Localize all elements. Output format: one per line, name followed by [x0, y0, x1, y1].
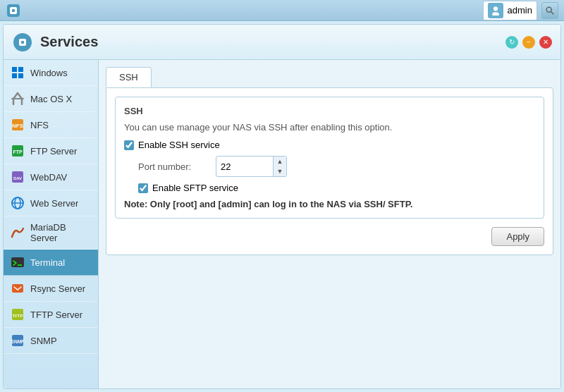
enable-sftp-label[interactable]: Enable SFTP service — [152, 183, 238, 193]
mac-icon — [11, 92, 25, 106]
content-area: SSH You can use manage your NAS via SSH … — [106, 87, 553, 255]
mariadb-icon — [11, 226, 25, 240]
sidebar-item-terminal[interactable]: Terminal — [4, 250, 98, 276]
svg-rect-2 — [12, 9, 15, 12]
svg-point-5 — [546, 7, 551, 12]
sidebar-item-web-server[interactable]: Web Server — [4, 190, 98, 216]
enable-sftp-checkbox[interactable] — [138, 183, 148, 193]
rsync-icon — [11, 281, 25, 295]
close-button[interactable]: ✕ — [539, 36, 552, 49]
port-label: Port number: — [138, 161, 209, 172]
svg-rect-28 — [11, 257, 24, 267]
sidebar-label-tftp: TFTP Server — [30, 310, 82, 320]
windows-icon — [11, 66, 25, 80]
svg-text:NFS: NFS — [12, 123, 24, 129]
nfs-icon: NFS — [11, 118, 25, 132]
port-spinners: ▲ ▼ — [273, 157, 286, 176]
svg-rect-12 — [12, 73, 17, 78]
window-controls: ↻ − ✕ — [505, 36, 552, 49]
app-logo-icon — [6, 3, 21, 18]
svg-rect-13 — [18, 73, 23, 78]
svg-line-14 — [13, 93, 18, 99]
snmp-icon: SNMP — [11, 333, 25, 348]
title-bar: admin — [0, 0, 564, 21]
svg-line-6 — [551, 11, 554, 14]
svg-rect-9 — [21, 41, 24, 44]
svg-rect-30 — [12, 284, 23, 293]
user-avatar-icon — [488, 3, 503, 18]
ssh-section-box: SSH You can use manage your NAS via SSH … — [115, 97, 544, 219]
sidebar-item-snmp[interactable]: SNMP SNMP — [4, 328, 98, 354]
sidebar-item-tftp-server[interactable]: TFTP TFTP Server — [4, 302, 98, 328]
apply-row: Apply — [115, 227, 544, 246]
port-input-wrap: ▲ ▼ — [216, 156, 287, 177]
svg-rect-11 — [18, 67, 23, 72]
sidebar-label-ftp: FTP Server — [30, 146, 77, 157]
main-panel: SSH SSH You can use manage your NAS via … — [99, 60, 560, 388]
sidebar-label-mariadb: MariaDB Server — [30, 222, 91, 243]
username-label: admin — [508, 5, 532, 16]
port-increment-button[interactable]: ▲ — [274, 157, 286, 166]
minimize-button[interactable]: − — [522, 36, 535, 49]
apply-button[interactable]: Apply — [491, 227, 544, 246]
web-server-icon — [11, 196, 25, 210]
note-text: Note: Only [root] and [admin] can log in… — [124, 199, 535, 209]
sidebar-item-windows[interactable]: Windows — [4, 60, 98, 86]
ssh-section-title: SSH — [124, 106, 535, 116]
ftp-icon: FTP — [11, 144, 25, 158]
search-button[interactable] — [541, 2, 558, 19]
app-window: Services ↻ − ✕ Windows — [3, 24, 561, 389]
tab-ssh[interactable]: SSH — [106, 67, 152, 87]
svg-rect-10 — [12, 67, 17, 72]
sidebar-label-rsync: Rsync Server — [30, 283, 85, 294]
webdav-icon: DAV — [11, 170, 25, 184]
app-body: Windows Mac OS X — [4, 60, 560, 388]
sidebar-label-mac: Mac OS X — [30, 94, 72, 104]
enable-ssh-label[interactable]: Enable SSH service — [138, 140, 220, 150]
svg-point-3 — [494, 6, 498, 11]
user-display: admin — [483, 1, 537, 20]
enable-sftp-row: Enable SFTP service — [138, 183, 535, 193]
sidebar-label-web: Web Server — [30, 198, 78, 209]
refresh-button[interactable]: ↻ — [505, 36, 518, 49]
sidebar-label-terminal: Terminal — [30, 257, 65, 268]
services-header-icon — [12, 32, 33, 53]
sidebar-label-windows: Windows — [30, 68, 68, 78]
enable-ssh-checkbox[interactable] — [124, 140, 134, 150]
sidebar-label-nfs: NFS — [30, 120, 49, 130]
svg-line-15 — [18, 93, 22, 99]
tftp-icon: TFTP — [11, 307, 25, 321]
sidebar-item-rsync-server[interactable]: Rsync Server — [4, 276, 98, 302]
sidebar-item-ftp-server[interactable]: FTP FTP Server — [4, 138, 98, 164]
ssh-description: You can use manage your NAS via SSH afte… — [124, 122, 535, 133]
port-decrement-button[interactable]: ▼ — [274, 166, 286, 176]
app-header: Services ↻ − ✕ — [4, 25, 560, 60]
port-input[interactable] — [216, 159, 273, 174]
terminal-icon — [11, 255, 25, 269]
page-title: Services — [40, 34, 505, 50]
tab-bar: SSH — [106, 67, 553, 87]
svg-text:SNMP: SNMP — [11, 339, 25, 344]
sidebar-item-nfs[interactable]: NFS NFS — [4, 112, 98, 138]
sidebar-label-snmp: SNMP — [30, 336, 57, 346]
svg-text:FTP: FTP — [13, 149, 23, 154]
sidebar-item-mac-os-x[interactable]: Mac OS X — [4, 86, 98, 112]
svg-text:TFTP: TFTP — [13, 314, 23, 318]
sidebar: Windows Mac OS X — [4, 60, 99, 388]
sidebar-item-webdav[interactable]: DAV WebDAV — [4, 164, 98, 190]
svg-point-4 — [492, 12, 499, 16]
svg-text:DAV: DAV — [13, 176, 22, 180]
sidebar-item-mariadb-server[interactable]: MariaDB Server — [4, 216, 98, 250]
enable-ssh-row: Enable SSH service — [124, 140, 535, 150]
port-number-row: Port number: ▲ ▼ — [138, 156, 535, 177]
sidebar-label-webdav: WebDAV — [30, 172, 67, 183]
